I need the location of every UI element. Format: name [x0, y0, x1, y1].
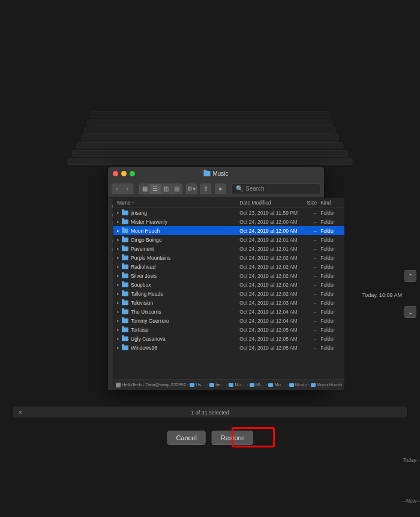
- file-kind: Folder: [320, 327, 344, 333]
- timeline-up-button[interactable]: ⌃: [404, 270, 416, 282]
- sidebar-item[interactable]: ⬇Downloads: [110, 228, 113, 236]
- table-row[interactable]: ▸Ugly CasanovaOct 24, 2019 at 12:05 AM--…: [113, 334, 344, 343]
- file-name: Ugly Casanova: [131, 336, 239, 342]
- breadcrumb[interactable]: Moon Hooch: [311, 382, 343, 387]
- sidebar-item[interactable]: ▭HelloTech: [110, 254, 113, 263]
- file-kind: Folder: [320, 309, 344, 315]
- table-row[interactable]: ▸Moon HoochOct 24, 2019 at 12:00 AM--Fol…: [113, 226, 344, 235]
- disclosure-icon[interactable]: ▸: [117, 238, 122, 242]
- disclosure-icon[interactable]: ▸: [117, 345, 122, 350]
- file-kind: Folder: [320, 291, 344, 297]
- cancel-button[interactable]: Cancel: [167, 431, 206, 445]
- table-row[interactable]: ▸Silver JewsOct 24, 2019 at 12:02 AM--Fo…: [113, 271, 344, 280]
- table-row[interactable]: ▸RadioheadOct 24, 2019 at 12:02 AM--Fold…: [113, 262, 344, 271]
- file-date: Oct 24, 2019 at 12:04 AM: [239, 309, 302, 315]
- forward-button[interactable]: ›: [122, 184, 133, 194]
- list-view-button[interactable]: ☰: [150, 184, 161, 194]
- disclosure-icon[interactable]: ▸: [117, 220, 122, 224]
- disclosure-icon[interactable]: ▸: [117, 309, 122, 314]
- disclosure-icon[interactable]: ▸: [117, 264, 122, 269]
- folder-icon: [209, 383, 214, 387]
- file-kind: Folder: [320, 246, 344, 252]
- table-row[interactable]: ▸Oingo BoingoOct 24, 2019 at 12:01 AM--F…: [113, 235, 344, 244]
- disclosure-icon[interactable]: ▸: [117, 291, 122, 296]
- close-statusbar-icon[interactable]: ✕: [18, 410, 23, 416]
- disclosure-icon[interactable]: ▸: [117, 300, 122, 305]
- folder-icon: [122, 345, 128, 350]
- table-row[interactable]: ▸Talking HeadsOct 24, 2019 at 12:02 AM--…: [113, 289, 344, 298]
- column-kind[interactable]: Kind: [320, 200, 344, 206]
- timeline-down-button[interactable]: ⌄: [404, 306, 416, 318]
- folder-icon: [122, 336, 128, 341]
- disclosure-icon[interactable]: ▸: [117, 229, 122, 233]
- folder-icon: [122, 309, 128, 314]
- file-rows[interactable]: ▸jinsangOct 23, 2019 at 11:59 PM--Folder…: [113, 208, 344, 379]
- disclosure-icon[interactable]: ▸: [117, 256, 122, 260]
- chevron-right-icon: ›: [286, 383, 287, 387]
- window-title: Music: [203, 170, 228, 177]
- breadcrumb[interactable]: Music: [289, 382, 307, 387]
- breadcrumb-label: Us…: [196, 382, 206, 387]
- breadcrumb[interactable]: HelloTech - Data@snap-222992: [116, 382, 186, 387]
- file-name: Radiohead: [131, 264, 239, 270]
- zoom-icon[interactable]: [130, 171, 135, 176]
- column-size[interactable]: Size: [302, 200, 320, 206]
- file-kind: Folder: [320, 255, 344, 261]
- disk-icon: [116, 383, 121, 387]
- gallery-view-button[interactable]: ▤: [172, 184, 182, 194]
- file-name: Silver Jews: [131, 273, 239, 279]
- table-row[interactable]: ▸Tommy GuerreroOct 24, 2019 at 12:04 AM-…: [113, 316, 344, 325]
- file-name: Talking Heads: [131, 291, 239, 297]
- sidebar-item[interactable]: ◎AirDrop: [110, 236, 113, 245]
- table-row[interactable]: ▸jinsangOct 23, 2019 at 11:59 PM--Folder: [113, 208, 344, 217]
- sidebar-item[interactable]: ⒶApplications: [110, 211, 113, 220]
- file-date: Oct 24, 2019 at 12:02 AM: [239, 273, 302, 279]
- column-view-button[interactable]: ▥: [161, 184, 172, 194]
- file-kind: Folder: [320, 219, 344, 225]
- file-date: Oct 24, 2019 at 12:01 AM: [239, 237, 302, 243]
- disclosure-icon[interactable]: ▸: [117, 273, 122, 278]
- folder-icon: [289, 383, 294, 387]
- folder-icon: [122, 256, 128, 260]
- stack-layer: [90, 111, 330, 118]
- table-row[interactable]: ▸SoupboxOct 24, 2019 at 12:02 AM--Folder: [113, 280, 344, 289]
- breadcrumb[interactable]: he…: [209, 382, 225, 387]
- table-row[interactable]: ▸PavementOct 24, 2019 at 12:01 AM--Folde…: [113, 244, 344, 253]
- table-row[interactable]: ▸Windows96Oct 24, 2019 at 12:05 AM--Fold…: [113, 343, 344, 352]
- back-button[interactable]: ‹: [112, 184, 122, 194]
- disclosure-icon[interactable]: ▸: [117, 327, 122, 332]
- tag-button[interactable]: ●: [215, 184, 226, 194]
- breadcrumb[interactable]: Us…: [190, 382, 206, 387]
- file-name: Windows96: [131, 345, 239, 351]
- restore-button[interactable]: Restore: [212, 431, 253, 445]
- disclosure-icon[interactable]: ▸: [117, 318, 122, 323]
- column-date[interactable]: Date Modified: [239, 200, 302, 206]
- disclosure-icon[interactable]: ▸: [117, 211, 122, 215]
- table-row[interactable]: ▸Mister HeavenlyOct 24, 2019 at 12:00 AM…: [113, 217, 344, 226]
- folder-icon: [122, 300, 128, 305]
- disclosure-icon[interactable]: ▸: [117, 282, 122, 287]
- table-row[interactable]: ▸TortoiseOct 24, 2019 at 12:05 AM--Folde…: [113, 325, 344, 334]
- file-date: Oct 23, 2019 at 11:59 PM: [239, 210, 302, 216]
- sidebar-item[interactable]: ☐Desktop: [110, 220, 113, 228]
- action-button[interactable]: ⇪: [200, 184, 211, 194]
- sidebar: Favorites ⒶApplications☐Desktop⬇Download…: [108, 198, 113, 390]
- stack-layer: [68, 158, 353, 165]
- folder-icon: [122, 273, 128, 278]
- file-date: Oct 24, 2019 at 12:03 AM: [239, 300, 302, 306]
- disclosure-icon[interactable]: ▸: [117, 336, 122, 341]
- minimize-icon[interactable]: [121, 171, 127, 176]
- search-field[interactable]: 🔍 Search: [232, 184, 320, 194]
- icon-view-button[interactable]: ▦: [139, 184, 150, 194]
- disclosure-icon[interactable]: ▸: [117, 247, 122, 251]
- breadcrumb[interactable]: Mi…: [250, 382, 265, 387]
- arrange-button[interactable]: ⚙▾: [186, 184, 197, 194]
- table-row[interactable]: ▸TelevisionOct 24, 2019 at 12:03 AM--Fol…: [113, 298, 344, 307]
- table-row[interactable]: ▸Purple MountainsOct 24, 2019 at 12:02 A…: [113, 253, 344, 262]
- breadcrumb[interactable]: Mu…: [229, 382, 245, 387]
- column-name[interactable]: Name^: [117, 200, 239, 206]
- breadcrumb[interactable]: Mu…: [268, 382, 285, 387]
- chevron-right-icon: ›: [266, 383, 267, 387]
- close-icon[interactable]: [113, 171, 118, 176]
- table-row[interactable]: ▸The UnicornsOct 24, 2019 at 12:04 AM--F…: [113, 307, 344, 316]
